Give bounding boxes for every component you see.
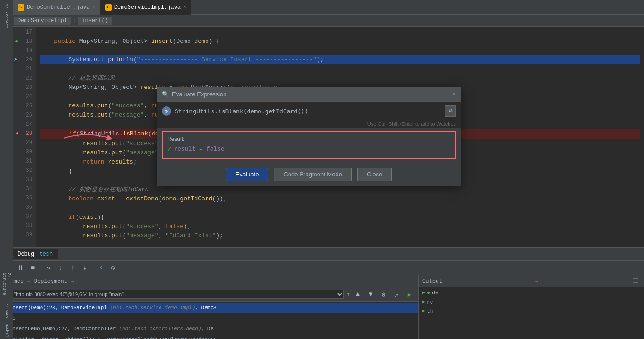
code-line-38: results.put("success", false); bbox=[40, 222, 640, 231]
result-text: result = false bbox=[174, 146, 224, 152]
step-into-button[interactable]: ↓ bbox=[56, 263, 66, 273]
tab-label: DemoController.java bbox=[27, 4, 90, 11]
sidebar-rebel-icon[interactable]: JRebel bbox=[1, 321, 12, 339]
evaluate-expression-dialog[interactable]: 🔍 Evaluate Expression × ⊕ ⧉ Use Ctrl+Shi… bbox=[157, 87, 461, 186]
code-line-39: results.put("message", "IdCard Exist"); bbox=[40, 231, 640, 240]
result-icon: ✓ bbox=[167, 145, 171, 153]
copy-to-watches-button[interactable]: ⧉ bbox=[445, 105, 456, 117]
line-32: 32 bbox=[21, 166, 32, 175]
output-text-1: re bbox=[427, 298, 433, 306]
dialog-expression-row: ⊕ ⧉ bbox=[157, 102, 461, 120]
thread-row: ⚙ "http-nio-8080-exec-40"@19,664 in grou… bbox=[0, 287, 418, 302]
thread-selector[interactable]: "http-nio-8080-exec-40"@19,664 in group … bbox=[10, 290, 344, 299]
line-31: 31 bbox=[21, 157, 32, 166]
frame-item-1[interactable]: ▶ re bbox=[0, 313, 418, 324]
sidebar-structure-icon[interactable]: Z: Structure bbox=[1, 273, 12, 300]
debug-content: Frames → Deployment → ⚙ "http-nio-8080-e… bbox=[0, 275, 644, 339]
tab-close-btn[interactable]: × bbox=[93, 5, 95, 10]
breadcrumb-bar: DemoServiceImpl › insert() bbox=[0, 15, 644, 27]
output-item-2: ▶ th bbox=[420, 307, 642, 316]
step-out-button[interactable]: ↑ bbox=[68, 263, 78, 273]
breadcrumb-separator: › bbox=[73, 18, 76, 24]
result-value: ✓ result = false bbox=[167, 145, 450, 153]
frame-item-3[interactable]: invoke(int, Object, Object[]):-1, DemoCo… bbox=[0, 334, 418, 339]
line-20: ➤20 bbox=[21, 55, 32, 64]
code-line-36 bbox=[40, 204, 640, 213]
line-38: 38 bbox=[21, 221, 32, 230]
tab-democontroller[interactable]: C DemoController.java × bbox=[13, 0, 100, 15]
line-19: 19 bbox=[21, 46, 32, 55]
output-arrow: → bbox=[535, 279, 538, 284]
deployment-label: Deployment bbox=[34, 278, 67, 285]
evaluate-expr-button[interactable]: ⚡ bbox=[96, 263, 106, 273]
line-36: 36 bbox=[21, 203, 32, 212]
tab-close-btn-active[interactable]: × bbox=[183, 5, 186, 10]
frames-arrow: → bbox=[27, 279, 30, 284]
line-22: 22 bbox=[21, 74, 32, 83]
code-line-34: // 判断是否存在相同IdCard bbox=[40, 185, 640, 194]
output-item-0: ▶ ● de bbox=[420, 288, 642, 298]
line-27: 27 bbox=[21, 120, 32, 129]
stop-button[interactable]: ■ bbox=[28, 263, 38, 273]
expression-icon: ⊕ bbox=[162, 106, 171, 116]
breadcrumb-method[interactable]: insert() bbox=[78, 17, 112, 25]
output-settings-btn[interactable]: ☰ bbox=[630, 276, 640, 286]
line-18: ●18 bbox=[21, 37, 32, 46]
line-17: 17 bbox=[21, 28, 32, 37]
output-item-1: ▶ re bbox=[420, 298, 642, 307]
line-30: 30 bbox=[21, 147, 32, 157]
show-execution-button[interactable]: ◎ bbox=[108, 263, 118, 273]
evaluate-button[interactable]: Evaluate bbox=[226, 168, 269, 181]
thread-scroll-down[interactable]: ▼ bbox=[366, 289, 376, 299]
dialog-close-button[interactable]: × bbox=[452, 91, 456, 98]
line-35: 35 bbox=[21, 193, 32, 203]
frame-item-0[interactable]: ▶ insert(Demo):28, DemoServiceImpl (hbi.… bbox=[0, 303, 418, 313]
code-line-35: boolean exist = existDemo(demo.getIdCard… bbox=[40, 194, 640, 204]
expression-input[interactable] bbox=[175, 108, 441, 115]
dialog-title-text: Evaluate Expression bbox=[172, 91, 227, 98]
thread-scroll-up[interactable]: ▲ bbox=[353, 289, 363, 299]
java-file-icon: C bbox=[18, 4, 24, 11]
dialog-result-box: Result: ✓ result = false bbox=[162, 131, 456, 159]
left-sidebar: 1: Project Z: Structure Z: Web JRebel bbox=[0, 0, 13, 339]
output-list: ▶ ● de ▶ re ▶ th bbox=[419, 287, 644, 339]
output-bar: Output → ☰ bbox=[419, 275, 644, 287]
output-label: Output bbox=[422, 278, 442, 285]
thread-resume[interactable]: ▶ bbox=[404, 289, 414, 299]
run-to-cursor-button[interactable]: ↡ bbox=[80, 263, 90, 273]
breadcrumb-class[interactable]: DemoServiceImpl bbox=[14, 17, 71, 25]
code-line-20: System.out.println("---------------- Ser… bbox=[40, 55, 640, 64]
code-line-18: public Map<String, Object> insert(Demo d… bbox=[40, 37, 640, 46]
line-33: 33 bbox=[21, 175, 32, 184]
debug-right-panel: Output → ☰ ▶ ● de ▶ re ▶ th bbox=[419, 275, 644, 339]
close-button[interactable]: Close bbox=[357, 168, 392, 181]
thread-filter[interactable]: ⚙ bbox=[378, 289, 389, 299]
code-fragment-button[interactable]: Code Fragment Mode bbox=[274, 168, 351, 181]
output-dot-0: ● bbox=[427, 289, 430, 297]
thread-dropdown-icon[interactable]: ▼ bbox=[347, 292, 350, 297]
pause-button[interactable]: ⏸ bbox=[16, 263, 26, 273]
line-34: 34 bbox=[21, 184, 32, 193]
debug-toolbar: ▶ ⏸ ■ ↷ ↓ ↑ ↡ ⚡ ◎ bbox=[0, 261, 644, 275]
sidebar-web-icon[interactable]: Z: Web bbox=[1, 301, 12, 320]
code-line-19 bbox=[40, 46, 640, 55]
code-line-17 bbox=[40, 28, 640, 37]
line-23: 23 bbox=[21, 83, 32, 92]
output-text-2: th bbox=[427, 307, 433, 316]
line-28: ●28 bbox=[21, 129, 32, 138]
thread-scroll-to[interactable]: ↗ bbox=[391, 289, 402, 299]
code-line-22: // 封装返回结果 bbox=[40, 74, 640, 83]
frame-item-2[interactable]: ▶ insertDemo(Demo):27, DemoController (h… bbox=[0, 324, 418, 334]
output-arrow-1: ▶ bbox=[422, 298, 425, 306]
dialog-hint: Use Ctrl+Shift+Enter to add to Watches bbox=[157, 120, 461, 128]
line-37: 37 bbox=[21, 212, 32, 221]
code-line-37: if(exist){ bbox=[40, 213, 640, 222]
output-arrow-0: ▶ bbox=[422, 289, 425, 297]
tab-demoserviceimpl[interactable]: C DemoServiceImpl.java × bbox=[100, 0, 191, 15]
result-label: Result: bbox=[167, 136, 450, 142]
java-file-icon-active: C bbox=[105, 4, 112, 11]
line-24: 24 bbox=[21, 92, 32, 101]
sidebar-project-icon[interactable]: 1: Project bbox=[1, 2, 12, 30]
line-numbers: 17 ●18 19 ➤20 21 22 23 24 25 26 27 ●28 2… bbox=[13, 27, 36, 247]
step-over-button[interactable]: ↷ bbox=[44, 263, 54, 273]
